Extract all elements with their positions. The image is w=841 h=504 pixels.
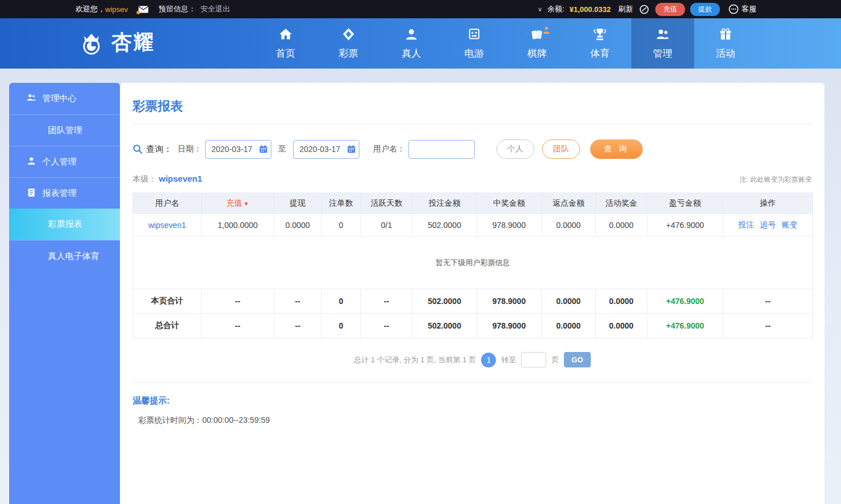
action-change-link[interactable]: 账变 [782, 220, 798, 229]
nav-item-lottery[interactable]: 彩票 [317, 18, 380, 69]
search-icon [133, 144, 143, 154]
calendar-icon[interactable] [259, 145, 268, 155]
col-recharge[interactable]: 充值▼ [202, 193, 274, 214]
action-bet-link[interactable]: 投注 [738, 220, 754, 229]
nav-item-manage[interactable]: 管理 [631, 18, 694, 69]
nav-menu: 首页 彩票 真人 电游 棋牌 体育 [254, 18, 757, 69]
lottery-icon [341, 27, 356, 44]
team-filter-button[interactable]: 团队 [542, 139, 580, 159]
page-title: 彩票报表 [133, 98, 812, 115]
egames-icon [467, 27, 482, 44]
page-1-button[interactable]: 1 [481, 353, 496, 367]
level-user-link[interactable]: wipseven1 [159, 174, 202, 183]
level-row: 本级： wipseven1 注: 此处账变为彩票账变 [133, 174, 812, 185]
sidebar-item-team-manage[interactable]: 团队管理 [9, 114, 120, 146]
personal-filter-button[interactable]: 个人 [496, 139, 534, 159]
tips-line: 彩票统计时间为：00:00:00--23:59:59 [133, 415, 812, 426]
brand-logo[interactable]: 杏耀 [76, 29, 155, 57]
to-label: 至 [278, 144, 286, 154]
home-icon [278, 27, 293, 44]
nav-item-live[interactable]: 真人 [380, 18, 443, 69]
query-label: 查询： [146, 144, 172, 155]
nav-item-sports[interactable]: 体育 [568, 18, 631, 69]
envelope-badge [137, 11, 140, 14]
grand-total-label: 总合计 [133, 314, 202, 338]
main-navbar: 杏耀 首页 彩票 真人 电游 棋牌 [0, 18, 841, 69]
date-to-wrap [293, 140, 359, 159]
username-link[interactable]: wipseven1 [148, 221, 186, 230]
empty-row: 暂无下级用户彩票信息 [133, 237, 813, 289]
col-activity-bonus: 活动奖金 [596, 193, 647, 214]
topbar: 欢迎您， wipsev 预留信息： 安全退出 ∨ 余额: ¥1,000.0332… [0, 0, 841, 18]
total-cell: -- [274, 314, 322, 338]
nav-item-egames[interactable]: 电游 [443, 18, 506, 69]
live-person-icon [404, 27, 419, 44]
headset-icon [728, 4, 739, 14]
total-cell: -- [723, 289, 813, 314]
total-cell: 502.0000 [413, 289, 477, 314]
topbar-username: wipsev [105, 5, 128, 14]
nav-label: 体育 [590, 47, 610, 60]
cell-bet-count: 0 [322, 214, 361, 237]
sidebar-item-label: 真人电子体育 [48, 251, 99, 262]
eye-slash-icon[interactable] [639, 5, 649, 14]
sidebar-item-live-esports[interactable]: 真人电子体育 [9, 240, 120, 271]
total-cell: 978.9000 [477, 289, 542, 314]
date-label: 日期： [178, 144, 202, 154]
page-total-label: 本页合计 [133, 289, 202, 314]
withdraw-button[interactable]: 提款 [690, 3, 720, 16]
title-divider [133, 124, 812, 125]
level-label: 本级： [133, 174, 157, 185]
cell-activity-bonus: 0.0000 [596, 214, 647, 237]
bottom-divider [133, 382, 812, 383]
nav-item-home[interactable]: 首页 [254, 18, 317, 69]
pagination-summary: 总计 1 个记录, 分为 1 页, 当前第 1 页 [354, 355, 476, 365]
calendar-icon[interactable] [347, 145, 356, 155]
envelope-icon[interactable] [138, 6, 149, 13]
total-profit-cell: +476.9000 [647, 289, 723, 314]
cell-active-days: 0/1 [361, 214, 413, 237]
nav-item-cards[interactable]: 棋牌 [506, 18, 568, 69]
tips-title: 温馨提示: [133, 395, 812, 406]
total-cell: 0 [322, 289, 361, 314]
team-icon [26, 93, 37, 105]
grand-total-row: 总合计 -- -- 0 -- 502.0000 978.9000 0.0000 … [133, 314, 813, 338]
service-label: 客服 [742, 4, 756, 14]
nav-label: 电游 [464, 47, 484, 60]
nav-label: 首页 [276, 47, 295, 60]
customer-service[interactable]: 客服 [728, 4, 756, 14]
table-row: wipseven1 1,000.0000 0.0000 0 0/1 502.00… [133, 214, 813, 237]
nav-item-activity[interactable]: 活动 [694, 18, 757, 69]
balance-value: ¥1,000.0332 [570, 5, 611, 14]
gift-icon [718, 27, 733, 44]
go-button[interactable]: GO [564, 352, 590, 367]
total-cell: 0.0000 [542, 289, 596, 314]
search-button[interactable]: 查 询 [590, 139, 643, 159]
sidebar-item-report-manage[interactable]: 报表管理 [9, 177, 120, 209]
page: 欢迎您， wipsev 预留信息： 安全退出 ∨ 余额: ¥1,000.0332… [0, 0, 841, 504]
username-input[interactable] [409, 140, 475, 159]
logout-link[interactable]: 安全退出 [201, 4, 230, 14]
chevron-down-icon[interactable]: ∨ [538, 6, 542, 13]
sidebar-item-personal-manage[interactable]: 个人管理 [9, 146, 120, 177]
recharge-button[interactable]: 充值 [655, 3, 685, 16]
total-cell: 0.0000 [596, 289, 647, 314]
col-actions: 操作 [723, 193, 813, 214]
reserved-info-label: 预留信息： [159, 4, 196, 14]
page-total-row: 本页合计 -- -- 0 -- 502.0000 978.9000 0.0000… [133, 289, 813, 314]
account-change-note: 注: 此处账变为彩票账变 [739, 175, 812, 185]
sidebar-item-manage-center[interactable]: 管理中心 [9, 83, 120, 114]
refresh-link[interactable]: 刷新 [618, 4, 633, 14]
action-chase-link[interactable]: 追号 [760, 220, 776, 229]
hot-person-badge [543, 26, 550, 37]
main-card: 彩票报表 查询： 日期： 至 [120, 83, 824, 504]
brand-name: 杏耀 [111, 29, 155, 57]
report-table: 用户名 充值▼ 提现 注单数 活跃天数 投注金额 中奖金额 返点金额 活动奖金 … [133, 193, 813, 338]
query-bar: 查询： 日期： 至 用户名： [133, 139, 812, 159]
goto-page-input[interactable] [521, 352, 546, 367]
sidebar-item-lottery-report[interactable]: 彩票报表 [9, 209, 120, 240]
trophy-icon [592, 27, 607, 44]
person-icon [26, 156, 37, 168]
username-wrap [409, 140, 475, 159]
sort-desc-icon[interactable]: ▼ [243, 201, 249, 207]
